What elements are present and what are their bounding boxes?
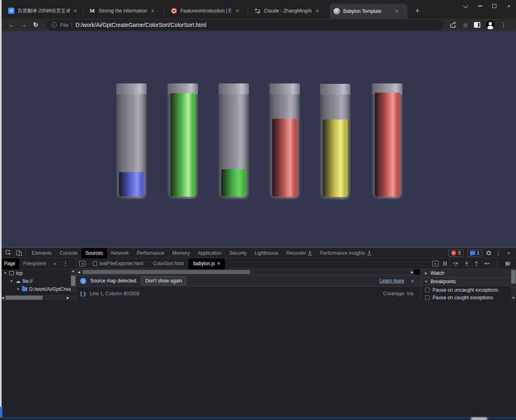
issue-badge[interactable]: 1 bbox=[467, 250, 483, 257]
sidebar-menu-icon[interactable]: ⋮ bbox=[63, 260, 69, 267]
tree-item-folder[interactable]: ▼ D:/work/Ai/GptCrea bbox=[0, 285, 76, 293]
expander-icon[interactable]: ▼ bbox=[10, 279, 14, 283]
page-info-icon[interactable]: i bbox=[51, 22, 57, 28]
device-toolbar-icon[interactable] bbox=[14, 250, 24, 256]
browser-menu-icon[interactable]: ⋮ bbox=[500, 21, 506, 28]
tube[interactable] bbox=[269, 83, 300, 199]
share-icon[interactable] bbox=[450, 22, 457, 28]
browser-tab-medium[interactable]: M Storing the information × bbox=[85, 4, 162, 18]
sidebar-scrollbar[interactable]: ▼ bbox=[511, 269, 516, 300]
tab-memory[interactable]: Memory bbox=[168, 248, 194, 258]
learn-more-link[interactable]: Learn more bbox=[380, 278, 404, 284]
profile-avatar[interactable] bbox=[486, 20, 495, 29]
reload-button[interactable]: ↻ bbox=[30, 21, 42, 28]
debugger-sidebar-toggle-icon[interactable]: ▸ bbox=[429, 261, 441, 266]
expander-icon[interactable]: ▼ bbox=[3, 271, 7, 275]
browser-tab-claude[interactable]: Claude - ZhangMingAi × bbox=[250, 4, 327, 18]
browser-tab-babylon-active[interactable]: Babylon Template × bbox=[330, 4, 407, 18]
scrollbar-thumb[interactable] bbox=[511, 270, 516, 284]
address-bar[interactable]: i File D:/work/Ai/GptCreateGame/ColorSor… bbox=[47, 20, 443, 30]
tab-recorder[interactable]: Recorder bbox=[282, 248, 316, 258]
close-devtools-icon[interactable]: × bbox=[504, 250, 513, 256]
step-over-icon[interactable] bbox=[453, 261, 459, 266]
url-text[interactable]: D:/work/Ai/GptCreateGame/ColorSort/Color… bbox=[75, 22, 206, 28]
tab-application[interactable]: Application bbox=[194, 248, 225, 258]
checkbox[interactable] bbox=[425, 288, 430, 292]
scrollbar-corner bbox=[414, 269, 421, 275]
more-tabs-icon[interactable]: » bbox=[50, 261, 59, 266]
tree-item-file-scheme[interactable]: ▼ ☁ file:// bbox=[0, 277, 76, 285]
scroll-down-icon[interactable]: ▼ bbox=[511, 296, 516, 300]
tree-horizontal-scrollbar[interactable]: ◀ ▶ bbox=[0, 295, 76, 300]
sidebar-tab-filesystem[interactable]: Filesystem bbox=[19, 258, 50, 269]
source-map-text: Source map detected. bbox=[90, 278, 137, 284]
close-tab-icon[interactable]: × bbox=[151, 8, 154, 14]
tube[interactable] bbox=[219, 83, 249, 199]
tab-elements[interactable]: Elements bbox=[28, 248, 56, 258]
tab-performance-insights[interactable]: Performance insights bbox=[316, 248, 375, 258]
close-tab-icon[interactable]: × bbox=[74, 8, 77, 14]
deactivate-breakpoints-icon[interactable] bbox=[505, 261, 511, 266]
close-window-button[interactable]: × bbox=[502, 0, 516, 12]
file-tab-colorsort[interactable]: ColorSort.html bbox=[148, 258, 188, 269]
side-panel-icon[interactable] bbox=[474, 22, 480, 28]
scroll-up-icon[interactable]: ▲ bbox=[71, 269, 76, 273]
pause-icon[interactable] bbox=[443, 261, 447, 266]
pretty-print-icon[interactable]: { } bbox=[80, 290, 86, 296]
close-tab-icon[interactable]: × bbox=[395, 8, 398, 14]
scroll-right-icon[interactable]: ▶ bbox=[411, 270, 413, 274]
tube[interactable] bbox=[372, 83, 403, 199]
tab-console[interactable]: Console bbox=[56, 248, 81, 258]
tab-sources[interactable]: Sources bbox=[81, 248, 107, 258]
tube[interactable] bbox=[320, 84, 350, 200]
expander-icon[interactable]: ▼ bbox=[424, 280, 428, 284]
tab-performance[interactable]: Performance bbox=[133, 248, 168, 258]
dont-show-again-button[interactable]: Don't show again bbox=[141, 276, 186, 285]
close-tab-icon[interactable]: × bbox=[316, 8, 319, 14]
close-file-tab-icon[interactable]: × bbox=[217, 261, 220, 266]
settings-gear-icon[interactable] bbox=[486, 250, 492, 256]
scrollbar-thumb[interactable] bbox=[6, 296, 42, 300]
new-tab-button[interactable]: + bbox=[412, 6, 423, 16]
scrollbar-thumb[interactable] bbox=[83, 270, 250, 274]
pause-caught-row[interactable]: Pause on caught exceptions bbox=[421, 294, 516, 300]
navigator-toggle-icon[interactable]: ◂ bbox=[76, 261, 88, 266]
maximize-button[interactable] bbox=[487, 0, 502, 12]
expander-icon[interactable]: ▶ bbox=[424, 271, 428, 275]
step-into-icon[interactable] bbox=[465, 261, 469, 266]
step-out-icon[interactable] bbox=[474, 261, 478, 266]
dismiss-infobar-icon[interactable]: × bbox=[408, 278, 417, 284]
game-canvas[interactable] bbox=[0, 31, 516, 248]
forward-button[interactable]: → bbox=[18, 21, 30, 29]
tab-network[interactable]: Network bbox=[107, 248, 133, 258]
step-icon[interactable] bbox=[484, 262, 490, 266]
scrollbar-thumb[interactable] bbox=[71, 276, 75, 286]
file-tab-textfileexporter[interactable]: textFileExporter.html bbox=[88, 258, 148, 269]
editor-horizontal-scrollbar[interactable]: ◀ ▶ bbox=[76, 269, 421, 275]
devtools-menu-icon[interactable]: ⋮ bbox=[495, 250, 501, 257]
checkbox[interactable] bbox=[425, 295, 430, 300]
scroll-left-icon[interactable]: ◀ bbox=[76, 270, 81, 274]
expander-icon[interactable]: ▼ bbox=[16, 287, 20, 291]
watch-section-header[interactable]: ▶ Watch bbox=[421, 269, 516, 278]
tree-vertical-scrollbar[interactable]: ▲ bbox=[71, 269, 76, 292]
tab-security[interactable]: Security bbox=[225, 248, 251, 258]
browser-tab-baidu[interactable]: 译 百度翻译-200种语言互译 × bbox=[4, 4, 81, 18]
scroll-right-icon[interactable]: ▶ bbox=[65, 296, 71, 300]
close-tab-icon[interactable]: × bbox=[236, 8, 239, 14]
file-tab-babylon-active[interactable]: babylon.js × bbox=[188, 258, 225, 269]
back-button[interactable]: ← bbox=[6, 21, 18, 29]
tab-lighthouse[interactable]: Lighthouse bbox=[251, 248, 282, 258]
bookmark-star-icon[interactable]: ☆ bbox=[463, 21, 468, 29]
tube[interactable] bbox=[116, 83, 147, 199]
breakpoints-section-header[interactable]: ▼ Breakpoints bbox=[421, 278, 516, 286]
error-badge[interactable]: × 5 bbox=[448, 250, 464, 257]
inspect-element-icon[interactable] bbox=[3, 250, 14, 256]
tube[interactable] bbox=[168, 83, 198, 199]
minimize-button[interactable] bbox=[473, 0, 487, 12]
browser-tab-features[interactable]: FeaturesIntroduction | E × bbox=[167, 4, 245, 18]
pause-uncaught-row[interactable]: Pause on uncaught exceptions bbox=[421, 286, 516, 294]
tab-search-chevron-icon[interactable] bbox=[458, 0, 473, 12]
tree-item-top[interactable]: ▼ top bbox=[0, 269, 76, 277]
sidebar-tab-page[interactable]: Page bbox=[0, 258, 19, 269]
